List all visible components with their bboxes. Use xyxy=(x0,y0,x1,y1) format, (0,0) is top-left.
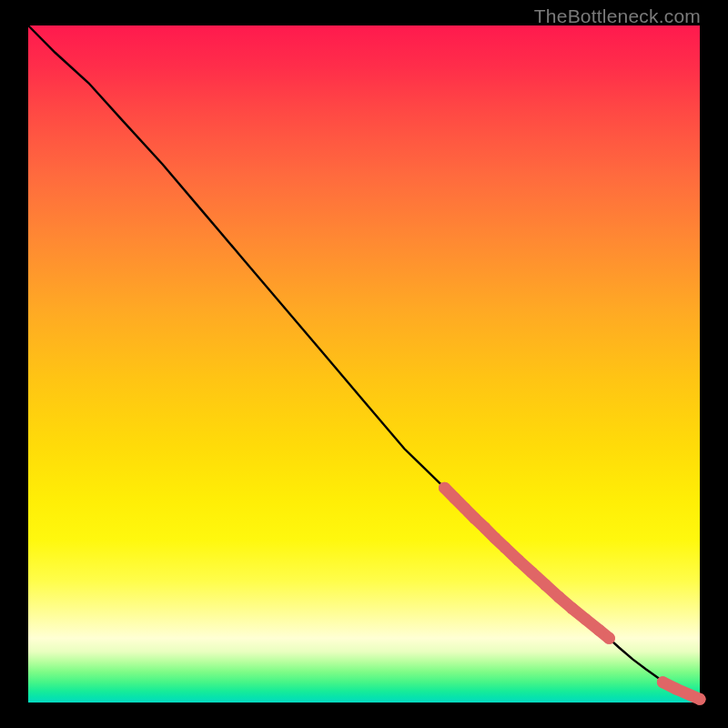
marker-dot xyxy=(603,632,615,644)
marker-dot xyxy=(526,567,538,579)
marker-run-upper xyxy=(439,482,615,644)
chart-frame: TheBottleneck.com xyxy=(0,0,728,728)
marker-dot xyxy=(469,512,480,524)
chart-svg xyxy=(28,25,700,703)
marker-dot xyxy=(566,602,578,614)
marker-run-lower xyxy=(657,676,706,705)
marker-dot xyxy=(694,693,706,705)
marker-dot xyxy=(512,554,524,566)
marker-dot xyxy=(553,591,565,602)
marker-dot xyxy=(540,579,551,591)
marker-dot xyxy=(580,613,592,625)
marker-dot xyxy=(671,683,682,695)
plot-area xyxy=(28,25,700,703)
curve-line xyxy=(28,25,700,699)
watermark-label: TheBottleneck.com xyxy=(534,5,701,27)
marker-dot xyxy=(439,482,450,494)
marker-dot xyxy=(449,492,460,504)
marker-dot xyxy=(499,541,511,553)
marker-dot xyxy=(479,522,490,534)
marker-dot xyxy=(489,532,500,544)
marker-dot xyxy=(459,502,470,514)
marker-dot xyxy=(593,624,605,636)
marker-dot xyxy=(657,676,669,688)
